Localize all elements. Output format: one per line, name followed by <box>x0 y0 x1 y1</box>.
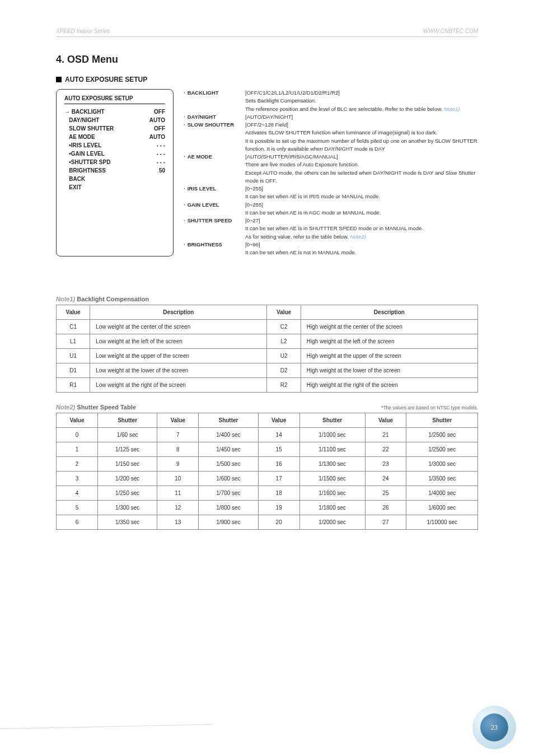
desc-bright-label: BRIGHTNESS <box>188 241 222 248</box>
osd-row: DAY/NIGHTAUTO <box>64 116 165 124</box>
osd-row: EXIT <box>64 183 165 192</box>
table-row: R1Low weight at the right of the screenR… <box>57 378 478 393</box>
header-left: XPEED Indoor Series <box>56 28 110 34</box>
desc-ae-range: [AUTO/SHUTTER/IRIS/AGC/MANUAL] <box>245 153 478 161</box>
page-badge: 23 <box>472 706 512 745</box>
desc-slow-l2: It is possible to set up the maximum num… <box>245 137 478 153</box>
table-row: 41/250 sec111/700 sec181/1600 sec251/400… <box>57 486 478 501</box>
desc-iris-label: IRIS LEVEL <box>188 185 217 192</box>
description-block: BACKLIGHT [OFF/C1/C2/L1/L2/U1/U2/D1/D2/R… <box>184 89 478 256</box>
desc-daynight-label: DAY/NIGHT <box>188 114 216 120</box>
osd-row: •SHUTTER SPD- - - <box>64 158 165 166</box>
desc-ae-l1: There are five modes of Auto Exposure fu… <box>245 161 478 169</box>
square-bullet-icon <box>56 77 62 82</box>
footer-line <box>0 724 213 729</box>
osd-row: SLOW SHUTTEROFF <box>64 124 165 133</box>
osd-row: → BACKLIGHTOFF <box>64 108 165 116</box>
osd-row: AE MODEAUTO <box>64 133 165 141</box>
table-row: C1Low weight at the center of the screen… <box>57 320 478 334</box>
desc-gain-l1: It can be set when AE is in AGC mode or … <box>245 209 478 217</box>
desc-daynight-range: [AUTO/DAY/NIGHT] <box>245 113 478 121</box>
table-row: 61/350 sec131/900 sec201/2000 sec271/100… <box>57 515 478 530</box>
desc-gain-label: GAIN LEVEL <box>188 202 219 208</box>
table-row: 21/150 sec91/500 sec161/1300 sec231/3000… <box>57 457 478 472</box>
header-right: WWW.CNBTEC.COM <box>423 28 478 34</box>
osd-row: BACK <box>64 175 165 183</box>
desc-bright-range: [0~96] <box>245 241 478 249</box>
desc-slow-label: SLOW SHOUTTER <box>188 122 234 128</box>
note2-table: ValueShutter ValueShutter ValueShutter V… <box>56 413 478 530</box>
osd-panel: AUTO EXPOSURE SETUP → BACKLIGHTOFF DAY/N… <box>56 89 174 256</box>
desc-backlight-label: BACKLIGHT <box>188 90 219 96</box>
table-row: 31/200 sec101/600 sec171/1500 sec241/350… <box>57 472 478 486</box>
desc-iris-l1: It can be set when AE is in IRIS mode or… <box>245 193 478 200</box>
footer-decor: 23 <box>0 700 534 756</box>
desc-ae-l2: Except AUTO mode, the others can be sele… <box>245 169 478 185</box>
table-row: U1Low weight at the upper of the screenU… <box>57 349 478 363</box>
desc-bright-l1: It can be set when AE is not in MANUAL m… <box>245 249 478 256</box>
desc-shutter-label: SHUTTER SPEED <box>188 217 232 223</box>
subheader-text: AUTO EXPOSURE SETUP <box>65 76 147 83</box>
osd-title: AUTO EXPOSURE SETUP <box>64 95 165 104</box>
osd-row: BRIGHTNESS50 <box>64 166 165 175</box>
desc-slow-l1: Activates SLOW SHUTTER function when lum… <box>245 129 478 137</box>
table-row: D1Low weight at the lower of the screenD… <box>57 363 478 378</box>
top-divider <box>56 36 478 37</box>
table-row: 51/300 sec121/800 sec191/1800 sec261/600… <box>57 501 478 515</box>
section-title: 4. OSD Menu <box>56 54 478 66</box>
table-row: 11/125 sec81/450 sec151/1100 sec221/2500… <box>57 442 478 457</box>
desc-backlight-l1: Sets Backlight Compensation. <box>245 97 478 105</box>
table-row: 01/60 sec71/400 sec141/1000 sec211/2500 … <box>57 428 478 442</box>
desc-ae-label: AE MODE <box>188 153 212 160</box>
desc-shutter-range: [0~27] <box>245 217 478 225</box>
note2-title: Note2) Shutter Speed Table <box>56 404 136 410</box>
table-row: L1Low weight at the left of the screenL2… <box>57 334 478 349</box>
desc-iris-range: [0~255] <box>245 185 478 193</box>
desc-gain-range: [0~255] <box>245 201 478 209</box>
note2-aside: *The values are based on NTSC type model… <box>381 405 478 410</box>
note1-title: Note1) Backlight Compensation <box>56 296 478 302</box>
desc-backlight-l2a: The reference position and the level of … <box>245 106 444 112</box>
desc-backlight-note: Note1) <box>444 106 460 112</box>
subheader: AUTO EXPOSURE SETUP <box>56 76 478 83</box>
desc-shutter-l2a: As for setting value, refer to the table… <box>245 234 350 240</box>
desc-shutter-note: Note2) <box>350 234 366 240</box>
osd-row: •GAIN LEVEL- - - <box>64 150 165 158</box>
note1-table: Value Description Value Description C1Lo… <box>56 305 478 393</box>
osd-row: •IRIS LEVEL- - - <box>64 141 165 150</box>
page-number: 23 <box>480 713 508 741</box>
desc-backlight-range: [OFF/C1/C2/L1/L2/U1/U2/D1/D2/R1/R2] <box>245 89 478 97</box>
desc-slow-range: [OFF/2~128 Field] <box>245 121 478 129</box>
desc-shutter-l1: It can be set when AE is in SHUTTTER SPE… <box>245 225 478 232</box>
